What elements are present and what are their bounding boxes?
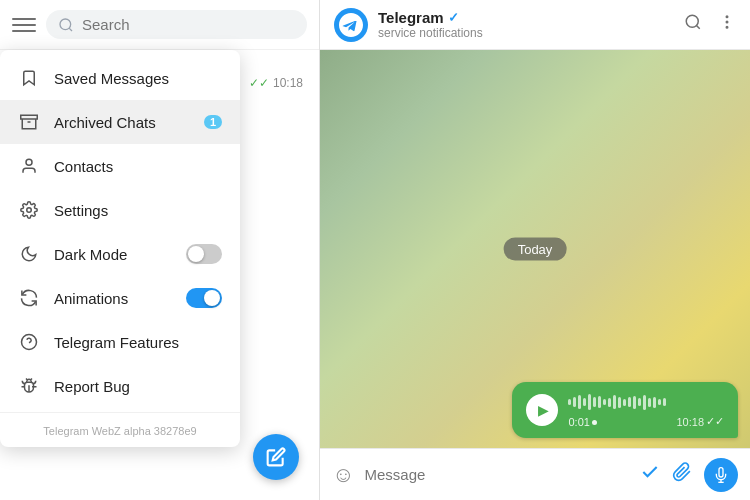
svg-point-11 [726, 21, 728, 23]
menu-item-archived-chats[interactable]: Archived Chats 1 [0, 100, 240, 144]
animations-toggle-knob [204, 290, 220, 306]
dropdown-menu: Saved Messages Archived Chats 1 [0, 50, 240, 447]
dark-mode-toggle[interactable] [186, 244, 222, 264]
person-icon [18, 155, 40, 177]
saved-messages-label: Saved Messages [54, 70, 222, 87]
svg-line-9 [696, 25, 699, 28]
sidebar-header [0, 0, 319, 50]
voice-dot [592, 420, 597, 425]
input-action-icons [640, 458, 738, 492]
svg-rect-2 [21, 115, 38, 119]
report-bug-label: Report Bug [54, 378, 222, 395]
double-check-icon: ✓✓ [249, 76, 269, 90]
bug-icon [18, 375, 40, 397]
svg-line-1 [69, 28, 72, 31]
search-icon [58, 17, 74, 33]
moon-icon [18, 243, 40, 265]
check-send-icon[interactable] [640, 462, 660, 487]
svg-point-0 [60, 19, 71, 30]
verified-badge: ✓ [448, 10, 459, 25]
archived-chats-badge: 1 [204, 115, 222, 129]
search-input[interactable] [82, 16, 295, 33]
telegram-features-label: Telegram Features [54, 334, 222, 351]
emoji-button[interactable]: ☺ [332, 462, 354, 488]
telegram-logo [339, 13, 363, 37]
bubble-timestamp: 10:18 ✓✓ [676, 415, 724, 428]
chat-header-actions [684, 13, 736, 36]
chat-header: Telegram ✓ service notifications [320, 0, 750, 50]
pencil-icon [266, 447, 286, 467]
compose-button[interactable] [253, 434, 299, 480]
svg-point-5 [27, 208, 32, 213]
voice-message-bubble: ▶ [512, 382, 738, 438]
svg-point-12 [726, 27, 728, 29]
chat-name: Telegram ✓ [378, 9, 674, 26]
date-badge: Today [504, 238, 567, 261]
svg-point-10 [726, 16, 728, 18]
svg-point-4 [26, 159, 32, 165]
microphone-icon [713, 467, 729, 483]
menu-item-telegram-features[interactable]: Telegram Features [0, 320, 240, 364]
telegram-avatar [334, 8, 368, 42]
app-container: ✓✓ 10:18 Saved Messages [0, 0, 750, 500]
archive-icon [18, 111, 40, 133]
chat-header-info: Telegram ✓ service notifications [378, 9, 674, 40]
message-input[interactable] [364, 466, 630, 483]
read-check-icon: ✓✓ [706, 415, 724, 428]
bookmark-icon [18, 67, 40, 89]
chat-status: service notifications [378, 26, 674, 40]
menu-item-settings[interactable]: Settings [0, 188, 240, 232]
voice-waveform: 0:01 [568, 392, 666, 428]
voice-duration: 0:01 [568, 416, 666, 428]
archived-chats-label: Archived Chats [54, 114, 190, 131]
chat-time: 10:18 [273, 76, 303, 90]
menu-item-contacts[interactable]: Contacts [0, 144, 240, 188]
animations-label: Animations [54, 290, 172, 307]
hamburger-menu-button[interactable] [12, 13, 36, 37]
attach-icon[interactable] [672, 462, 692, 487]
svg-point-8 [686, 15, 698, 27]
chat-panel: Telegram ✓ service notifications [320, 0, 750, 500]
menu-item-animations[interactable]: Animations [0, 276, 240, 320]
contacts-label: Contacts [54, 158, 222, 175]
menu-item-report-bug[interactable]: Report Bug [0, 364, 240, 408]
sidebar: ✓✓ 10:18 Saved Messages [0, 0, 320, 500]
settings-label: Settings [54, 202, 222, 219]
menu-divider [0, 412, 240, 413]
play-button[interactable]: ▶ [526, 394, 558, 426]
settings-icon [18, 199, 40, 221]
chat-input-bar: ☺ [320, 448, 750, 500]
search-chat-icon[interactable] [684, 13, 702, 36]
search-bar[interactable] [46, 10, 307, 39]
animations-toggle[interactable] [186, 288, 222, 308]
play-icon: ▶ [538, 402, 549, 418]
dark-mode-label: Dark Mode [54, 246, 172, 263]
menu-item-saved-messages[interactable]: Saved Messages [0, 56, 240, 100]
menu-version: Telegram WebZ alpha 38278e9 [0, 417, 240, 441]
more-options-icon[interactable] [718, 13, 736, 36]
chat-messages: Today ▶ [320, 50, 750, 448]
animation-icon [18, 287, 40, 309]
mic-button[interactable] [704, 458, 738, 492]
toggle-knob [188, 246, 204, 262]
help-icon [18, 331, 40, 353]
waveform-bars [568, 392, 666, 412]
menu-item-dark-mode[interactable]: Dark Mode [0, 232, 240, 276]
